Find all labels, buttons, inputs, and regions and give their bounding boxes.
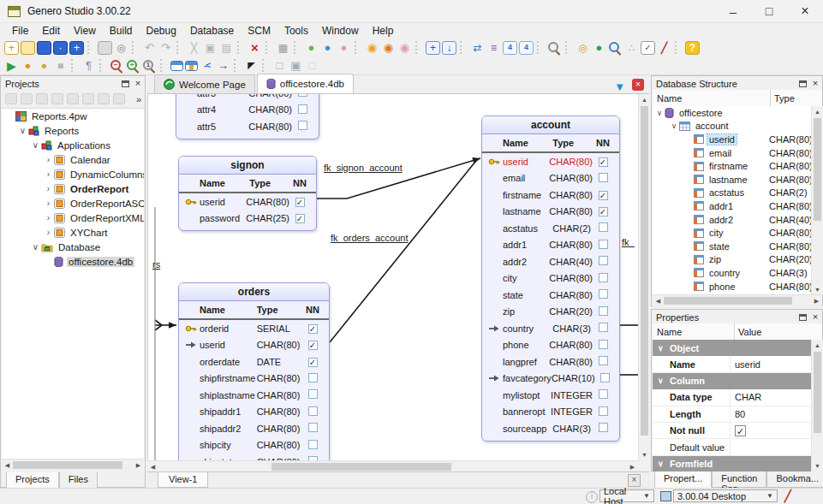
not-null-checkbox[interactable] <box>599 289 608 299</box>
db-item-officestore[interactable]: ∨officestore <box>653 106 811 120</box>
not-null-checkbox[interactable] <box>298 121 307 130</box>
menu-window[interactable]: Window <box>315 23 366 39</box>
configure-wrench-icon[interactable]: ╱ <box>657 41 671 55</box>
tree-expander-icon[interactable]: › <box>43 228 54 237</box>
not-null-checkbox[interactable] <box>735 425 746 436</box>
host-selector[interactable]: Local Host <box>599 489 654 502</box>
not-null-checkbox[interactable] <box>308 440 318 449</box>
menu-build[interactable]: Build <box>103 23 140 39</box>
close-panel-icon[interactable] <box>811 313 820 322</box>
configure-wrench-icon[interactable] <box>782 489 794 502</box>
er-column-email[interactable]: emailCHAR(80) <box>482 170 619 187</box>
tab-projects[interactable]: Projects <box>6 472 59 489</box>
find-object-icon[interactable] <box>608 41 623 55</box>
rectangle-icon[interactable]: □ <box>272 59 287 73</box>
print-preview-icon[interactable]: ◎ <box>114 41 128 55</box>
project-item-orderreport[interactable]: ›OrderReport <box>2 181 144 196</box>
db-item-phone[interactable]: phoneCHAR(80) <box>653 280 811 294</box>
new-column-icon[interactable] <box>185 61 198 71</box>
new-group-icon[interactable] <box>67 93 79 104</box>
pointer-icon[interactable]: ◤ <box>244 59 259 73</box>
not-null-checkbox[interactable] <box>599 356 608 365</box>
not-null-checkbox[interactable] <box>599 157 608 167</box>
er-table-title[interactable]: signon <box>179 157 316 175</box>
menu-tools[interactable]: Tools <box>277 23 315 39</box>
er-column-addr2[interactable]: addr2CHAR(40) <box>482 253 619 270</box>
er-column-shiplastname[interactable]: shiplastnameCHAR(80) <box>179 387 329 404</box>
tree-expander-icon[interactable]: › <box>43 169 54 179</box>
project-item-applications[interactable]: ∨Applications <box>2 138 144 152</box>
not-null-checkbox[interactable] <box>295 198 305 207</box>
not-null-checkbox[interactable] <box>308 423 318 432</box>
tab-function-sea-[interactable]: Function Sea... <box>712 471 766 488</box>
rebuild-all-icon[interactable]: ◉ <box>381 41 396 55</box>
copy-icon[interactable]: ▣ <box>203 41 218 55</box>
task-list-icon[interactable]: ✓ <box>641 41 655 55</box>
tab-bookma-[interactable]: Bookma... <box>766 471 823 488</box>
select-image-icon[interactable]: ▦ <box>276 41 290 55</box>
debug-icon[interactable]: ● <box>37 59 51 73</box>
db-item-userid[interactable]: useridCHAR(80) <box>653 133 811 146</box>
db-item-zip[interactable]: zipCHAR(20) <box>653 253 811 267</box>
not-null-checkbox[interactable] <box>308 456 318 460</box>
new-table-icon[interactable] <box>170 61 183 71</box>
relation-label-fk-orders-account[interactable]: fk_orders_account <box>331 233 409 243</box>
stop-icon[interactable]: ■ <box>53 59 68 73</box>
schedule-icon[interactable]: ● <box>21 59 35 73</box>
tree-expander-icon[interactable]: › <box>43 213 54 222</box>
menu-help[interactable]: Help <box>366 23 401 39</box>
not-null-checkbox[interactable] <box>298 104 307 114</box>
db-item-state[interactable]: stateCHAR(80) <box>653 240 811 253</box>
add-file-icon[interactable] <box>98 93 110 104</box>
toolbar-overflow-icon[interactable] <box>136 94 141 104</box>
not-null-checkbox[interactable] <box>308 341 318 350</box>
project-item-orderreportascii[interactable]: ›OrderReportASCII <box>2 196 144 210</box>
tab-welcome-page[interactable]: Welcome Page <box>154 74 255 93</box>
db-item-country[interactable]: countryCHAR(3) <box>653 266 811 280</box>
not-null-checkbox[interactable] <box>599 340 608 349</box>
project-item-calendar[interactable]: ›Calendar <box>2 152 144 167</box>
properties-vscrollbar[interactable] <box>811 340 823 471</box>
property-row-not-null[interactable]: Not null <box>653 423 811 439</box>
db-item-firstname[interactable]: firstnameCHAR(80) <box>653 159 811 173</box>
file-4gl-genero-icon[interactable]: 4 <box>519 41 534 55</box>
redo-icon[interactable]: ↷ <box>158 41 173 55</box>
file-4gl-icon[interactable]: 4 <box>503 41 517 55</box>
er-table-account[interactable]: accountNameTypeNNuseridCHAR(80)emailCHAR… <box>481 116 620 442</box>
relation-label-rs[interactable]: rs <box>152 259 160 270</box>
zoom-out-icon[interactable]: − <box>110 59 124 73</box>
project-item-dynamiccolumnstable[interactable]: ›DynamicColumnsTable <box>2 167 144 181</box>
er-table-attrs[interactable]: attr3CHAR(80)attr4CHAR(80)attr5CHAR(80) <box>176 94 319 139</box>
tab-propert-[interactable]: Propert... <box>654 471 712 488</box>
print-icon[interactable] <box>98 41 112 55</box>
float-panel-icon[interactable] <box>799 314 807 321</box>
property-value[interactable]: userid <box>730 356 811 371</box>
diagram-canvas[interactable]: attr3CHAR(80)attr4CHAR(80)attr5CHAR(80)s… <box>147 94 638 460</box>
new-project-icon[interactable] <box>5 93 17 104</box>
not-null-checkbox[interactable] <box>599 389 608 399</box>
er-column-attr5[interactable]: attr5CHAR(80) <box>176 118 319 135</box>
er-column-state[interactable]: stateCHAR(80) <box>482 287 619 304</box>
not-null-checkbox[interactable] <box>308 373 318 382</box>
property-row-default-value[interactable]: Default value <box>653 439 811 455</box>
not-null-checkbox[interactable] <box>599 423 608 432</box>
section-collapse-icon[interactable]: ∨ <box>658 344 670 353</box>
menu-file[interactable]: File <box>5 23 35 39</box>
not-null-checkbox[interactable] <box>308 406 318 416</box>
file-compare-icon[interactable]: ⇄ <box>470 41 485 55</box>
run-icon[interactable]: ▶ <box>4 59 19 73</box>
not-null-checkbox[interactable] <box>295 214 305 223</box>
name-column-header[interactable]: Name <box>653 93 682 104</box>
add-directory-icon[interactable] <box>21 93 33 104</box>
not-null-checkbox[interactable] <box>308 358 318 367</box>
tree-expander-icon[interactable]: ∨ <box>17 126 28 135</box>
build-all-icon[interactable]: ◉ <box>365 41 379 55</box>
follow-arrow-icon[interactable]: → <box>216 59 230 73</box>
not-null-checkbox[interactable] <box>599 306 608 316</box>
project-item-xychart[interactable]: ›XYChart <box>2 225 144 240</box>
view-tab[interactable]: View-1 <box>158 472 208 488</box>
compile-icon[interactable]: ● <box>304 41 319 55</box>
tab-files[interactable]: Files <box>59 472 98 489</box>
er-table-title[interactable]: account <box>482 116 619 134</box>
maximize-button[interactable] <box>751 0 787 22</box>
